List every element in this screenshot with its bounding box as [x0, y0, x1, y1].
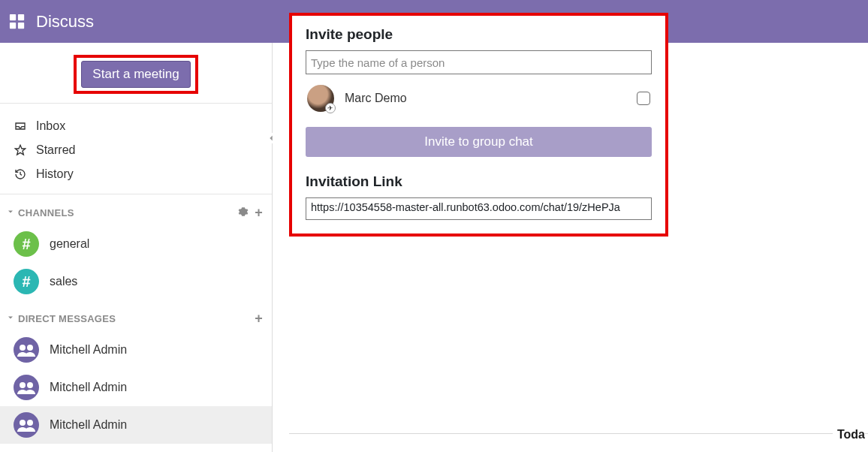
plus-icon[interactable]: + [255, 311, 263, 327]
chevron-left-icon[interactable] [266, 133, 276, 143]
invite-to-group-button[interactable]: Invite to group chat [306, 127, 652, 157]
invite-person-row[interactable]: ✈ Marc Demo [306, 74, 652, 116]
svg-point-13 [27, 420, 33, 426]
svg-point-9 [20, 382, 26, 388]
svg-rect-3 [18, 22, 24, 28]
group-avatar-icon [14, 412, 39, 438]
svg-point-12 [20, 420, 26, 426]
avatar: ✈ [307, 85, 334, 112]
invite-title: Invite people [306, 26, 652, 43]
status-away-icon: ✈ [325, 103, 336, 113]
invitation-link-title: Invitation Link [306, 173, 652, 190]
dm-item[interactable]: Mitchell Admin [0, 331, 272, 369]
channel-general[interactable]: # general [0, 225, 272, 263]
chevron-down-icon [6, 207, 15, 218]
plus-icon[interactable]: + [255, 205, 263, 221]
channel-hash-icon: # [14, 231, 39, 257]
svg-point-5 [14, 337, 39, 363]
meeting-button-area: Start a meeting [0, 43, 272, 104]
gear-icon[interactable] [238, 206, 249, 219]
chevron-down-icon [6, 313, 15, 324]
svg-point-10 [27, 382, 33, 388]
dm-label: Mitchell Admin [50, 343, 127, 357]
channels-header-label: CHANNELS [18, 207, 74, 218]
group-avatar-icon [14, 375, 39, 400]
invite-search-input[interactable] [306, 50, 652, 74]
mailbox-list: Inbox Starred History [0, 104, 272, 194]
channel-hash-icon: # [14, 269, 39, 294]
apps-icon[interactable] [9, 14, 26, 30]
svg-point-6 [20, 345, 26, 351]
channel-sales[interactable]: # sales [0, 263, 272, 300]
dm-toggle[interactable]: DIRECT MESSAGES [6, 313, 116, 324]
mailbox-label: History [36, 167, 74, 181]
svg-rect-0 [10, 14, 16, 20]
channel-label: sales [50, 275, 77, 288]
dm-label: Mitchell Admin [50, 418, 127, 432]
direct-messages-header: DIRECT MESSAGES + [0, 300, 272, 331]
svg-point-7 [27, 345, 33, 351]
channel-label: general [50, 237, 89, 251]
main-panel: Invite people ✈ Marc Demo Invite to grou… [273, 43, 868, 452]
svg-point-8 [14, 375, 39, 400]
star-outline-icon [14, 144, 27, 156]
mailbox-starred[interactable]: Starred [14, 138, 258, 162]
app-title: Discuss [36, 12, 94, 32]
channels-header: CHANNELS + [0, 194, 272, 225]
highlight-box: Start a meeting [74, 55, 197, 94]
mailbox-inbox[interactable]: Inbox [14, 114, 258, 138]
dm-header-label: DIRECT MESSAGES [18, 313, 116, 324]
mailbox-label: Inbox [36, 119, 65, 133]
svg-rect-2 [10, 22, 16, 28]
history-icon [14, 168, 27, 180]
svg-point-11 [14, 412, 39, 438]
invitation-link-field[interactable]: https://10354558-master-all.runbot63.odo… [306, 197, 652, 220]
start-meeting-button[interactable]: Start a meeting [81, 61, 190, 88]
divider [289, 433, 868, 434]
dm-label: Mitchell Admin [50, 381, 127, 394]
dm-item[interactable]: Mitchell Admin [0, 406, 272, 444]
invite-person-name: Marc Demo [345, 92, 626, 105]
invite-panel: Invite people ✈ Marc Demo Invite to grou… [289, 13, 668, 237]
invite-person-checkbox[interactable] [637, 92, 650, 105]
sidebar: Start a meeting Inbox Starred Histor [0, 43, 273, 452]
group-avatar-icon [14, 337, 39, 363]
svg-marker-4 [15, 145, 25, 155]
inbox-icon [14, 120, 27, 132]
mailbox-label: Starred [36, 143, 75, 157]
channels-toggle[interactable]: CHANNELS [6, 207, 74, 218]
svg-rect-1 [18, 14, 24, 20]
today-label: Toda [833, 428, 865, 441]
dm-item[interactable]: Mitchell Admin [0, 369, 272, 406]
mailbox-history[interactable]: History [14, 162, 258, 186]
